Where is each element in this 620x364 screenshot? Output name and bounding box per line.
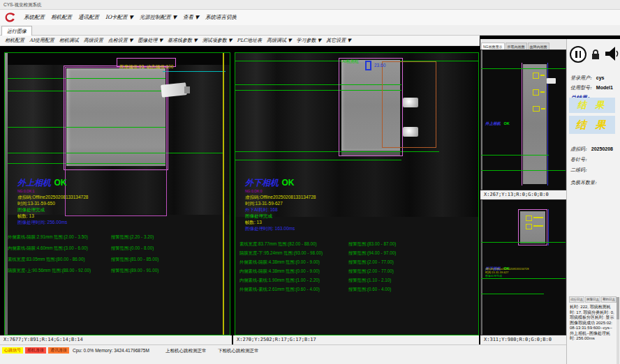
measurement-alarm: 报警范围:(0.00 - 8.00) — [111, 245, 154, 250]
measurement-alarm: 报警范围:(2.20 - 3.20) — [111, 234, 154, 239]
upper-camera-heartbeat-text: 上相机心跳检测正常 — [165, 348, 207, 354]
scene-green-line — [481, 155, 549, 156]
megaphone-icon — [603, 45, 620, 63]
mid-camera-title: 外下相机 — [245, 178, 279, 188]
defect-box — [526, 215, 532, 221]
roi-threshold-text: 灰度阈值:93, 动态阈值:100 — [119, 64, 173, 69]
tool-ai-use-config[interactable]: AI使用配置 — [29, 37, 54, 44]
measurement-value: 内侧素线-隔膜:4.60mm 范围:(3.00 - 6.00) — [8, 245, 88, 250]
mid-camera-ai-time: 外下AI耗时: 168 — [245, 207, 316, 212]
mid-camera-proc-time: 图像处理时间: 163.00ms — [245, 226, 316, 231]
menu-view[interactable]: 查看 ▼ — [183, 14, 199, 21]
scene-green-line — [481, 294, 544, 294]
preview-bottom-done: 图像处理完成 — [485, 274, 563, 278]
tool-advanced-settings[interactable]: 高级设置 — [84, 37, 103, 44]
preview-top-coords: X:267;Y:13;R:0;G:0;B:0 — [480, 190, 566, 199]
preview-tab-all[interactable]: 所有内画面 — [505, 43, 527, 50]
lock-button[interactable] — [590, 49, 601, 61]
left-camera-time: 时间:13-31-59-650 — [17, 201, 88, 206]
pause-button[interactable] — [570, 46, 586, 63]
preview-tabstrip: NG画面显示 所有内画面 故障内画面 — [480, 39, 566, 50]
measurement-value: 隔膜宽度-上:90.56mm 范围:(88.00 - 92.00) — [8, 268, 91, 273]
menubar: 系统配置 相机配置 通讯配置 IO卡配置 ▼ 光源控制配置 ▼ 查看 ▼ 系统语… — [0, 10, 620, 25]
scene-blue-line — [548, 209, 549, 245]
scene-edge-strip — [481, 50, 482, 190]
log-tab-run[interactable]: 运行日志 — [569, 296, 584, 303]
measurement-value: 素线宽度:83.05mm 范围:(80.00 - 86.00) — [8, 257, 85, 261]
tool-plc-address[interactable]: PLC地址表 — [237, 37, 262, 44]
defect-box — [533, 106, 540, 112]
left-camera-done: 图像处理完成 — [17, 207, 88, 212]
measurement-alarm: 报警范围:(94.00 - 97.00) — [348, 250, 396, 255]
mid-camera-counter: NG:0,OK:0 — [245, 190, 316, 193]
measurement-value: 隔膜宽度-下:95.24mm 范围:(93.00 - 98.00) — [239, 250, 323, 255]
pause-icon — [575, 51, 577, 58]
tool-test-params[interactable]: 测试项参数 ▼ — [202, 37, 232, 44]
cpu-memory-text: Cpu: 0.0% Memory: 3424.41796875M — [73, 348, 149, 353]
mid-camera-done: 图像处理完成 — [245, 213, 316, 218]
toolbar: 相机配置 AI使用配置 相机调试 高级设置 点检设置 ▼ 图像处理 ▼ 基准线参… — [0, 36, 480, 46]
heartbeat-badge: 心跳信号 — [2, 347, 23, 354]
scene-green-line — [481, 278, 566, 279]
mid-camera-view[interactable]: AI检测框 23.60 外下相机 OK NG:0,OK:0 虚拟码:Offlin… — [235, 52, 479, 335]
right-panel: 登录用户: cys 使用型号: Model1 总结果: 结 果 结 果 虚拟码:… — [566, 39, 620, 364]
scene-green-line — [481, 68, 566, 69]
measurement-value: 内侧素线-素线:1.90mm 范围:(1.00 - 2.20) — [239, 278, 320, 282]
result-text-2: 结 果 — [575, 119, 608, 132]
mid-camera-time: 时间:13-31-59-627 — [245, 201, 316, 206]
left-camera-ok: OK — [54, 178, 66, 188]
tool-baseline-params[interactable]: 基准线参数 ▼ — [168, 37, 198, 44]
menu-light-config[interactable]: 光源控制配置 ▼ — [140, 14, 177, 21]
left-camera-result-row: 外上相机 OK — [17, 176, 88, 188]
statusbar: 心跳信号 相机连接 通讯连接 Cpu: 0.0% Memory: 3424.41… — [0, 344, 566, 364]
log-tab-help[interactable]: 帮助日志 — [601, 296, 617, 303]
measurement-alarm: 报警范围:(2.00 - 77.00) — [348, 268, 394, 273]
menu-language-switch[interactable]: 系统语言切换 — [205, 14, 237, 21]
preview-bottom-overlay: 虚拟码:Offline20250208133134728 时间:13-31-59… — [485, 267, 563, 278]
ai-measure-bracket — [365, 61, 371, 70]
preview-top-view[interactable]: 外上相机 OK — [480, 50, 566, 190]
preview-bottom-coords: X:311;Y:980;R:0;G:0;B:0 — [480, 335, 566, 344]
window-titlebar: CYS-视觉检测系统 — [0, 0, 620, 10]
ai-measure-value: 23.60 — [374, 63, 385, 68]
camera-link-badge: 相机连接 — [25, 347, 46, 354]
log-scrollbar[interactable] — [617, 297, 619, 364]
scene-bright-tab — [403, 127, 418, 137]
log-scrollbar-thumb[interactable] — [617, 297, 619, 319]
preview-tab-fault[interactable]: 故障内画面 — [528, 43, 549, 50]
measurement-alarm: 报警范围:(89.00 - 91.00) — [111, 268, 158, 273]
app-logo-icon — [2, 11, 17, 24]
announce-button[interactable] — [603, 45, 620, 64]
tab-run-image[interactable]: 运行图像 — [1, 26, 32, 36]
tool-spot-check[interactable]: 点检设置 ▼ — [108, 37, 133, 44]
scene-green-line — [235, 160, 401, 160]
scene-connector — [161, 82, 187, 98]
menu-camera-config[interactable]: 相机配置 — [51, 14, 72, 21]
preview-top-label: 外上相机 OK — [485, 115, 510, 128]
comm-link-badge: 通讯连接 — [48, 347, 69, 354]
defect-tick — [541, 108, 545, 109]
menu-comm-config[interactable]: 通讯配置 — [78, 14, 99, 21]
tool-camera-debug[interactable]: 相机调试 — [59, 37, 79, 44]
preview-bottom-view[interactable]: 外下相机 OK 虚拟码:Offline20250208133134728 时间:… — [480, 199, 566, 335]
measurement-alarm: 报警范围:(0.60 - 4.00) — [348, 287, 391, 291]
tool-learn-params[interactable]: 学习参数 ▼ — [297, 37, 322, 44]
log-tabstrip: 运行日志 故障日志 帮助日志 — [569, 296, 617, 303]
tool-camera-config[interactable]: 相机配置 — [5, 37, 24, 44]
left-camera-view[interactable]: 灰度阈值:93, 动态阈值:100 外上相机 OK NG:0,OK:1 虚拟码:… — [4, 52, 230, 335]
menu-system-config[interactable]: 系统配置 — [24, 14, 45, 21]
left-camera-counter: NG:0,OK:1 — [17, 190, 88, 193]
menu-io-config[interactable]: IO卡配置 ▼ — [105, 14, 133, 21]
defect-tick — [533, 225, 543, 227]
left-camera-coords: X:7677;Y:891;R:14;G:14;B:14 — [0, 335, 232, 344]
measurement-alarm: 报警范围:(83.00 - 87.00) — [348, 241, 396, 246]
preview-tab-ng[interactable]: NG画面显示 — [481, 43, 505, 50]
tool-advanced-debug[interactable]: 高级调试 ▼ — [267, 37, 292, 44]
tool-image-process[interactable]: 图像处理 ▼ — [138, 37, 163, 44]
log-text: 耗时: 222, 瑕疵检测耗时: 17, 瑕疵分类耗时: 0, 瑕疵模板分区耗时… — [570, 305, 614, 342]
measurement-value: 外侧素线-隔膜:2.91mm 范围:(2.00 - 3.50) — [8, 234, 88, 239]
defect-box — [533, 73, 539, 79]
tool-other-settings[interactable]: 其它设置 ▼ — [326, 37, 351, 44]
scene-film-region — [523, 64, 547, 184]
log-tab-fault[interactable]: 故障日志 — [585, 296, 600, 303]
